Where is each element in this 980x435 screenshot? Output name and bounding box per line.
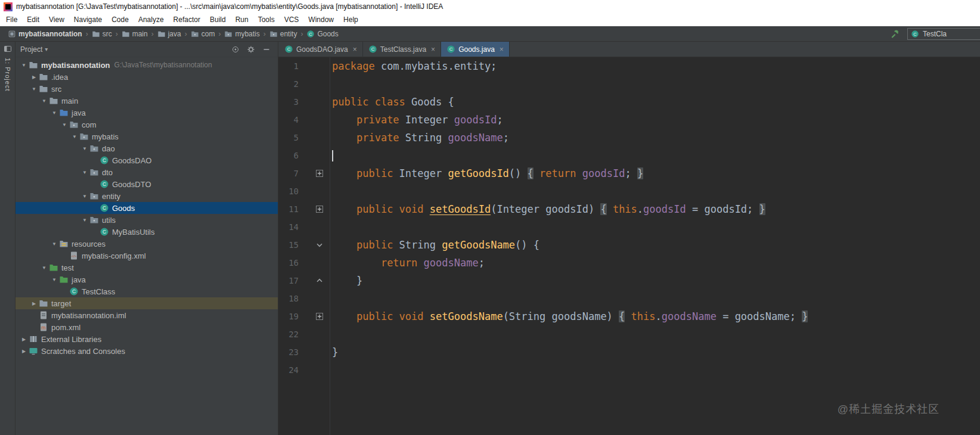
plus-fold-icon[interactable] <box>316 170 323 177</box>
menu-item-analyze[interactable]: Analyze <box>134 14 169 25</box>
hide-panel-icon[interactable] <box>260 45 273 54</box>
breadcrumb-mybatisannotation[interactable]: mybatisannotation <box>6 29 84 39</box>
code-text[interactable]: } <box>330 346 338 358</box>
breadcrumb-goods[interactable]: CGoods <box>305 29 340 39</box>
breadcrumb-entity[interactable]: entity <box>268 29 299 39</box>
breadcrumb-com[interactable]: com <box>189 29 217 39</box>
chevron-expanded-icon[interactable]: ▼ <box>19 63 29 68</box>
tree-item-testclass[interactable]: CTestClass <box>15 285 278 297</box>
chevron-collapsed-icon[interactable]: ▶ <box>29 74 39 80</box>
tool-window-stripe: 1: Project <box>0 42 15 435</box>
tree-item-scratches-and-consoles[interactable]: ▶Scratches and Consoles <box>15 345 278 357</box>
code-text[interactable]: public Integer getGoodsId() { return goo… <box>330 167 643 179</box>
tree-item-goodsdto[interactable]: CGoodsDTO <box>15 178 278 190</box>
tree-item-mybatisannotation-iml[interactable]: mybatisannotation.iml <box>15 309 278 321</box>
breadcrumb-main[interactable]: main <box>120 29 150 39</box>
chevron-expanded-icon[interactable]: ▼ <box>39 98 49 104</box>
tree-item-dao[interactable]: ▼dao <box>15 142 278 154</box>
svg-text:</>: </> <box>72 254 77 258</box>
close-icon[interactable]: × <box>431 45 435 54</box>
tree-item-test[interactable]: ▼test <box>15 262 278 274</box>
plus-fold-icon[interactable] <box>316 313 323 320</box>
close-icon[interactable]: × <box>500 45 504 54</box>
chevron-expanded-icon[interactable]: ▼ <box>80 170 89 175</box>
menu-item-help[interactable]: Help <box>339 14 363 25</box>
code-text[interactable]: public String getGoodsName() { <box>330 239 539 251</box>
chevron-expanded-icon[interactable]: ▼ <box>70 134 79 139</box>
code-text[interactable]: public void setGoodsId(Integer goodsId) … <box>330 203 765 215</box>
chevron-expanded-icon[interactable]: ▼ <box>49 110 59 116</box>
fold-close-fold-icon[interactable] <box>316 277 323 284</box>
menu-item-view[interactable]: View <box>44 14 69 25</box>
chevron-expanded-icon[interactable]: ▼ <box>49 241 59 247</box>
code-text[interactable]: public void setGoodsName(String goodsNam… <box>330 310 808 322</box>
chevron-expanded-icon[interactable]: ▼ <box>60 122 69 128</box>
menu-item-code[interactable]: Code <box>107 14 134 25</box>
build-hammer-icon[interactable] <box>891 29 900 39</box>
project-tool-window-button[interactable]: 1: Project <box>4 58 11 91</box>
tree-item-external-libraries[interactable]: ▶External Libraries <box>15 333 278 345</box>
menu-item-edit[interactable]: Edit <box>22 14 44 25</box>
project-panel-title[interactable]: Project <box>20 45 42 54</box>
tree-item-mybatisannotation[interactable]: ▼mybatisannotationG:\JavaTest\mybatisann… <box>15 59 278 71</box>
breadcrumb-mybatis[interactable]: mybatis <box>222 29 261 39</box>
tree-item-mybatis-config-xml[interactable]: </>mybatis-config.xml <box>15 250 278 262</box>
tree-item-dto[interactable]: ▼dto <box>15 166 278 178</box>
menu-item-window[interactable]: Window <box>303 14 339 25</box>
menu-item-build[interactable]: Build <box>205 14 231 25</box>
tree-item-main[interactable]: ▼main <box>15 95 278 107</box>
chevron-collapsed-icon[interactable]: ▶ <box>29 301 39 306</box>
tree-item-entity[interactable]: ▼entity <box>15 190 278 202</box>
tree-item-goodsdao[interactable]: CGoodsDAO <box>15 154 278 166</box>
tab-goodsdao-java[interactable]: CGoodsDAO.java× <box>279 42 363 57</box>
tree-item-java[interactable]: ▼java <box>15 274 278 285</box>
menu-item-run[interactable]: Run <box>231 14 253 25</box>
fold-open-fold-icon[interactable] <box>316 241 323 248</box>
tree-item-mybatis[interactable]: ▼mybatis <box>15 130 278 142</box>
code-text[interactable]: public class Goods { <box>330 96 454 108</box>
chevron-expanded-icon[interactable]: ▼ <box>80 194 89 199</box>
code-text[interactable]: package com.mybatis.entity; <box>330 60 497 72</box>
tree-item-label: dto <box>102 168 113 177</box>
tab-goods-java[interactable]: CGoods.java× <box>441 42 510 57</box>
code-text[interactable]: private String goodsName; <box>330 132 509 144</box>
chevron-collapsed-icon[interactable]: ▶ <box>19 349 29 354</box>
code-editor[interactable]: 1package com.mybatis.entity;23public cla… <box>278 57 980 435</box>
chevron-expanded-icon[interactable]: ▼ <box>80 218 89 223</box>
menu-item-navigate[interactable]: Navigate <box>69 14 107 25</box>
close-icon[interactable]: × <box>353 45 357 54</box>
plus-fold-icon[interactable] <box>316 206 323 213</box>
class-icon: C <box>100 156 109 165</box>
chevron-expanded-icon[interactable]: ▼ <box>80 146 89 151</box>
tree-item-mybatisutils[interactable]: CMyBatisUtils <box>15 226 278 238</box>
chevron-expanded-icon[interactable]: ▼ <box>29 86 39 92</box>
tree-item-goods[interactable]: CGoods <box>15 202 278 214</box>
breadcrumb-src[interactable]: src <box>90 29 114 39</box>
menu-item-refactor[interactable]: Refactor <box>169 14 205 25</box>
menu-item-vcs[interactable]: VCS <box>280 14 304 25</box>
code-text[interactable]: } <box>330 275 362 287</box>
tree-item-idea[interactable]: ▶.idea <box>15 71 278 83</box>
chevron-expanded-icon[interactable]: ▼ <box>39 265 49 271</box>
tree-item-utils[interactable]: ▼utils <box>15 214 278 226</box>
line-number: 16 <box>278 258 299 268</box>
tree-item-target[interactable]: ▶target <box>15 297 278 309</box>
menu-item-tools[interactable]: Tools <box>253 14 280 25</box>
code-line-18: 18 <box>278 290 980 307</box>
tree-item-com[interactable]: ▼com <box>15 119 278 130</box>
tab-testclass-java[interactable]: CTestClass.java× <box>363 42 441 57</box>
tree-item-java[interactable]: ▼java <box>15 107 278 119</box>
tree-item-resources[interactable]: ▼resources <box>15 238 278 250</box>
tree-item-src[interactable]: ▼src <box>15 83 278 95</box>
gear-icon[interactable] <box>244 45 258 54</box>
breadcrumb-java[interactable]: java <box>156 29 183 39</box>
chevron-collapsed-icon[interactable]: ▶ <box>19 337 29 342</box>
code-text[interactable]: private Integer goodsId; <box>330 114 503 126</box>
code-text[interactable]: return goodsName; <box>330 257 485 269</box>
tree-item-pom-xml[interactable]: mpom.xml <box>15 321 278 333</box>
run-configuration-select[interactable]: C TestCla <box>907 28 980 40</box>
chevron-expanded-icon[interactable]: ▼ <box>49 277 59 282</box>
menu-item-file[interactable]: File <box>1 14 22 25</box>
tool-window-switcher-icon[interactable] <box>4 45 12 53</box>
locate-file-icon[interactable] <box>229 45 242 54</box>
